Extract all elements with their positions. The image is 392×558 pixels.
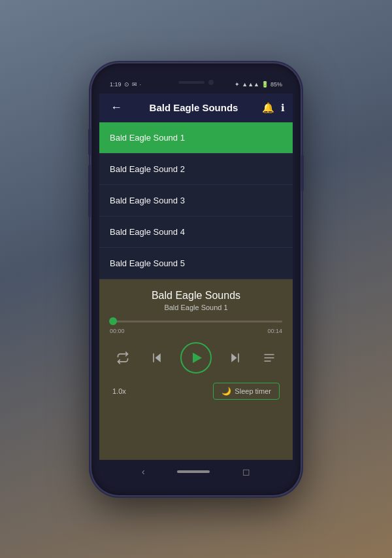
song-item-1[interactable]: Bald Eagle Sound 1 [99,122,293,154]
top-bar: ← Bald Eagle Sounds 🔔 ℹ [99,94,293,122]
moon-icon: 🌙 [221,387,231,396]
song-item-5[interactable]: Bald Eagle Sound 5 [99,248,293,279]
time-end: 00:14 [267,328,282,334]
status-dot: · [140,81,142,88]
time-start: 00:00 [110,328,125,334]
phone-notch [157,75,235,90]
svg-rect-1 [153,353,154,362]
song-item-2[interactable]: Bald Eagle Sound 2 [99,154,293,185]
app-content: 1:19 ⊙ ✉ · ✦ ▲▲▲ 🔋 85% ← Bald Eagle Soun… [99,75,293,483]
camera-dot [208,80,214,85]
play-button[interactable] [180,342,212,374]
next-button[interactable] [225,347,246,368]
phone-frame: 1:19 ⊙ ✉ · ✦ ▲▲▲ 🔋 85% ← Bald Eagle Soun… [91,63,301,495]
song-label-3: Bald Eagle Sound 3 [110,196,185,205]
svg-rect-3 [238,353,239,362]
progress-container[interactable] [110,321,282,323]
song-item-4[interactable]: Bald Eagle Sound 4 [99,217,293,248]
top-bar-title: Bald Eagle Sounds [131,102,257,113]
info-icon[interactable]: ℹ [281,102,285,114]
sleep-timer-label: Sleep timer [235,387,271,395]
song-label-1: Bald Eagle Sound 1 [110,133,185,143]
svg-marker-0 [155,353,161,362]
back-button[interactable]: ← [107,101,125,114]
player-title: Bald Eagle Sounds [152,290,240,302]
player-subtitle: Bald Eagle Sound 1 [164,304,227,311]
status-left: 1:19 ⊙ ✉ · [110,81,141,88]
bottom-player-controls: 1.0x 🌙 Sleep timer [110,383,282,400]
status-time: 1:19 [110,81,122,88]
status-bt-icon: ✦ [235,81,240,88]
song-list: Bald Eagle Sound 1 Bald Eagle Sound 2 Ba… [99,122,293,279]
speaker-bar [178,81,204,84]
status-battery-icon: 🔋 [261,81,269,88]
speed-label[interactable]: 1.0x [112,387,126,395]
sleep-timer-button[interactable]: 🌙 Sleep timer [213,383,280,400]
player-section: Bald Eagle Sounds Bald Eagle Sound 1 00:… [99,279,293,460]
svg-marker-2 [231,353,237,362]
status-signal-icon: ▲▲▲ [242,81,259,88]
playlist-button[interactable] [259,347,280,368]
phone-screen: 1:19 ⊙ ✉ · ✦ ▲▲▲ 🔋 85% ← Bald Eagle Soun… [99,75,293,483]
song-item-3[interactable]: Bald Eagle Sound 3 [99,185,293,217]
song-label-2: Bald Eagle Sound 2 [110,164,185,174]
status-battery-pct: 85% [270,81,282,88]
song-label-4: Bald Eagle Sound 4 [110,227,185,237]
nav-recent-icon[interactable]: ◻ [242,466,250,477]
time-labels: 00:00 00:14 [110,328,282,334]
progress-dot [109,317,117,325]
status-right: ✦ ▲▲▲ 🔋 85% [235,81,282,88]
nav-back-icon[interactable]: ‹ [142,466,145,477]
nav-home-bar[interactable] [177,470,210,473]
repeat-button[interactable] [112,347,133,368]
play-icon [193,353,202,363]
status-wifi-icon: ⊙ [124,81,129,88]
status-msg-icon: ✉ [132,81,137,88]
song-label-5: Bald Eagle Sound 5 [110,258,185,268]
bottom-nav-bar: ‹ ◻ [99,460,293,483]
prev-button[interactable] [146,347,167,368]
progress-bar-bg [110,321,282,323]
bell-icon[interactable]: 🔔 [262,102,274,114]
progress-fill [110,321,113,323]
top-bar-icons: 🔔 ℹ [262,102,285,114]
player-controls [110,342,282,374]
